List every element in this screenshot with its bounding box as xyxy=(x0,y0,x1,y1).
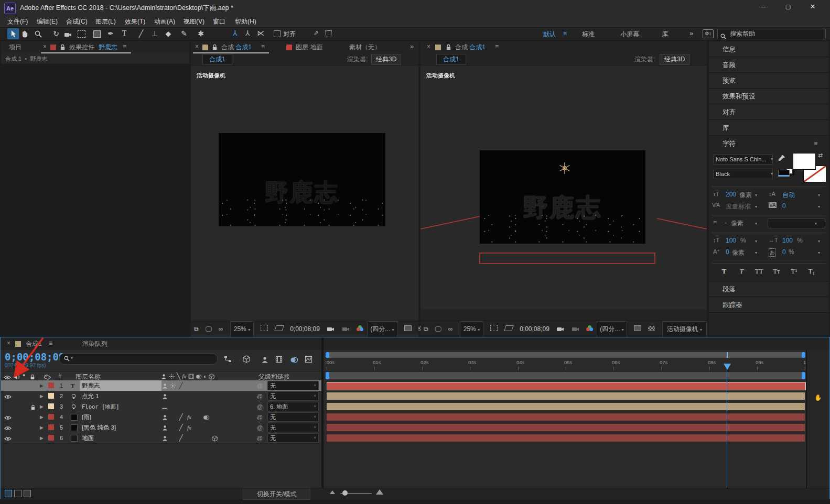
pen-tool[interactable]: ✒ xyxy=(104,29,117,38)
panel-tab-info[interactable]: 信息 xyxy=(709,42,829,57)
toggle-switches-modes-button[interactable]: 切换开关/模式 xyxy=(243,489,310,500)
layer1-pickwhip-icon[interactable]: @ xyxy=(257,380,263,391)
viewer1-mask-visibility-icon[interactable] xyxy=(274,325,284,331)
panel-tab-tracker[interactable]: 跟踪器 xyxy=(709,298,829,313)
maximize-button[interactable]: ▢ xyxy=(776,3,800,10)
panel-tab-preview[interactable]: 预览 xyxy=(709,73,829,89)
viewer1-canvas[interactable]: 活动摄像机 野鹿志 xyxy=(191,65,418,362)
tab-render-queue[interactable]: 渲染队列 xyxy=(82,339,107,348)
effects-panel-menu-icon[interactable]: ≡ xyxy=(123,43,126,50)
viewer2-3d-glasses-icon[interactable]: ∞ xyxy=(448,322,453,336)
help-search-box[interactable]: 搜索帮助 xyxy=(717,29,826,39)
breadcrumb[interactable]: 合成 1 • 野鹿志 xyxy=(5,55,47,63)
layer2-parent-select[interactable]: 无˅ xyxy=(267,391,319,401)
layer-row-2[interactable]: ► 2 点光 1 @ 无˅ xyxy=(1,391,322,402)
close-button[interactable]: ✕ xyxy=(801,3,825,10)
faux-bold-button[interactable]: T xyxy=(716,267,732,276)
baseline-shift-value[interactable]: 0 xyxy=(726,248,729,256)
tracking-chevron-icon[interactable]: ▾ xyxy=(818,204,820,209)
layer4-expand-icon[interactable]: ► xyxy=(39,412,45,422)
layer2-shy-toggle[interactable] xyxy=(161,391,168,401)
panel-tab-audio[interactable]: 音频 xyxy=(709,58,829,73)
stroke-width-chevron-icon[interactable]: ▾ xyxy=(755,221,757,226)
tracking-value[interactable]: 0 xyxy=(782,202,786,210)
superscript-button[interactable]: T¹ xyxy=(786,267,802,276)
workspace-tab-library[interactable]: 库 xyxy=(662,30,668,39)
timeline-search-box[interactable]: ▾ xyxy=(59,353,218,365)
viewer2-monitor-icon[interactable]: 🖵 xyxy=(435,322,441,336)
layer5-parent-select[interactable]: 无˅ xyxy=(267,423,319,432)
composition-mini-flowchart-icon[interactable] xyxy=(224,355,232,363)
viewer1-show-snapshot-icon[interactable] xyxy=(342,322,350,336)
timeline-zoom-slider-knob[interactable] xyxy=(342,490,348,496)
tab-effect-controls[interactable]: 效果控件 xyxy=(69,43,94,52)
viewer1-monitor-icon[interactable]: 🖵 xyxy=(206,322,212,336)
effects-tab-lock-icon[interactable] xyxy=(60,44,66,50)
panel-tab-character[interactable]: 字符 ≡ xyxy=(709,136,829,151)
layer6-parent-select[interactable]: 无˅ xyxy=(267,433,319,443)
viewer1-roi-icon[interactable] xyxy=(261,325,268,331)
workspace-settings-icon[interactable]: ⚙↕ xyxy=(703,29,714,38)
expand-layer-switches-icon[interactable] xyxy=(5,490,12,497)
brush-tool[interactable]: ╱ xyxy=(134,29,148,38)
kerning-chevron-icon[interactable]: ▾ xyxy=(755,204,757,209)
layer1-shy-toggle[interactable] xyxy=(161,380,168,391)
kerning-value[interactable]: 度量标准 xyxy=(726,202,751,211)
character-panel-menu-icon[interactable]: ≡ xyxy=(814,136,817,151)
swap-fill-stroke-icon[interactable]: ⇄ xyxy=(818,152,823,159)
viewer2-zoom-select[interactable]: 25% ▾ xyxy=(460,321,483,338)
layer6-name[interactable]: 地面 xyxy=(82,433,94,443)
navigator-end-handle[interactable] xyxy=(802,352,805,358)
layer5-expand-icon[interactable]: ► xyxy=(39,422,45,433)
menu-edit[interactable]: 编辑(E) xyxy=(37,17,58,26)
point-light-icon[interactable] xyxy=(558,161,572,175)
selection-tool[interactable] xyxy=(7,28,19,39)
timeline-tab-close-icon[interactable]: × xyxy=(7,339,10,347)
tab-project[interactable]: 项目 xyxy=(9,43,21,52)
viewer2-target-region-icon[interactable] xyxy=(634,325,641,331)
layer1-name[interactable]: 野鹿志 xyxy=(80,380,161,391)
viewer1-resolution-select[interactable]: (四分... ▾ xyxy=(367,321,397,338)
leading-value[interactable]: 自动 xyxy=(782,191,795,200)
viewer2-mask-visibility-icon[interactable] xyxy=(504,325,514,331)
viewer2-tab-close-icon[interactable]: × xyxy=(427,43,430,50)
viewer1-comp-breadcrumb-button[interactable]: 合成1 xyxy=(202,54,232,65)
work-area-end-handle[interactable] xyxy=(802,372,805,379)
layer4-effects-toggle[interactable]: fx xyxy=(186,412,193,422)
viewer1-renderer-button[interactable]: 经典3D xyxy=(371,54,401,65)
camera-tool[interactable] xyxy=(64,31,72,38)
effects-tab-close-icon[interactable]: × xyxy=(43,43,47,50)
tsume-chevron-icon[interactable]: ▾ xyxy=(818,250,820,255)
viewer2-resolution-select[interactable]: (四分... ▾ xyxy=(597,321,627,338)
viewer2-canvas[interactable]: 活动摄像机 野鹿志 xyxy=(421,65,707,310)
viewer1-tab-close-icon[interactable]: × xyxy=(195,43,199,50)
comp-marker-bin-icon[interactable]: ✋ xyxy=(814,394,822,401)
layer4-parent-select[interactable]: 无˅ xyxy=(267,412,319,422)
hide-shy-layers-icon[interactable] xyxy=(261,356,269,363)
timeline-panel-menu-icon[interactable]: ≡ xyxy=(49,339,52,347)
frame-blending-icon[interactable] xyxy=(275,355,283,363)
work-area-bar[interactable] xyxy=(326,372,805,379)
panel-tab-library[interactable]: 库 xyxy=(709,120,829,136)
type-tool[interactable]: T xyxy=(117,29,131,38)
layer-row-6[interactable]: ► 6 地面 ╱ @ 无˅ xyxy=(1,433,322,444)
layer3-lock-toggle[interactable] xyxy=(30,401,36,412)
all-caps-button[interactable]: TT xyxy=(751,267,767,276)
graph-editor-icon[interactable] xyxy=(305,355,312,363)
layer4-quality-toggle[interactable]: ╱ xyxy=(177,412,185,422)
layer6-3d-toggle[interactable] xyxy=(211,433,218,443)
viewer2-comp-breadcrumb-button[interactable]: 合成1 xyxy=(436,54,466,65)
workspace-overflow-icon[interactable]: » xyxy=(689,29,693,37)
font-size-chevron-icon[interactable]: ▾ xyxy=(755,193,757,198)
layer-row-1[interactable]: ► 1 T 野鹿志 ╱ @ 无˅ xyxy=(1,380,322,391)
layer6-expand-icon[interactable]: ► xyxy=(39,433,45,443)
viewer1-3d-glasses-icon[interactable]: ∞ xyxy=(219,322,223,336)
time-ruler[interactable]: :00s 01s 02s 03s 04s 05s 06s 07s 08s 09s… xyxy=(324,359,829,371)
stroke-width-value[interactable]: - xyxy=(725,219,727,226)
snap-checkbox[interactable] xyxy=(274,30,281,37)
hand-tool[interactable] xyxy=(21,30,28,38)
layer6-eye-toggle[interactable] xyxy=(4,433,12,443)
faux-italic-button[interactable]: T xyxy=(734,267,749,276)
minimize-button[interactable]: – xyxy=(751,2,775,10)
panel-tab-paragraph[interactable]: 段落 xyxy=(709,282,829,297)
